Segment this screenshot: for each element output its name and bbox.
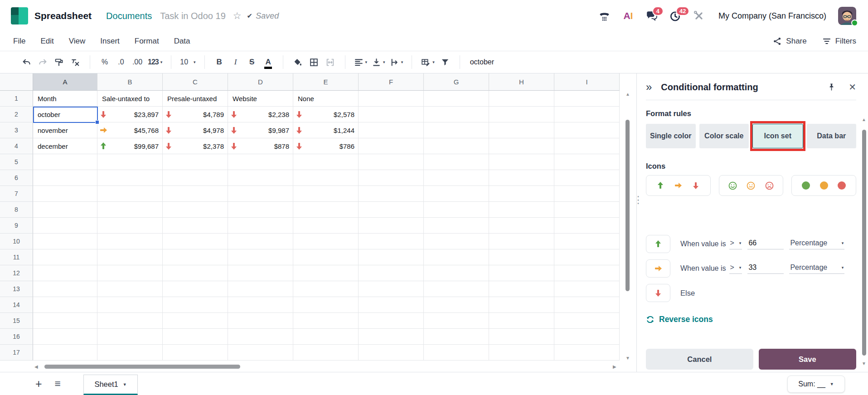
cell-C3[interactable]: $4,978 bbox=[163, 122, 228, 138]
cell-C4[interactable]: $2,378 bbox=[163, 138, 228, 154]
cell-I11[interactable] bbox=[554, 249, 620, 265]
col-header-H[interactable]: H bbox=[489, 73, 554, 91]
rule-value-input[interactable]: 66 bbox=[747, 239, 784, 249]
cell-G17[interactable] bbox=[424, 345, 489, 361]
rule-type-color-scale[interactable]: Color scale bbox=[699, 124, 749, 148]
cell-C12[interactable] bbox=[163, 265, 228, 281]
panel-scrollbar[interactable]: ▲ ▼ bbox=[862, 73, 867, 372]
cell-H2[interactable] bbox=[489, 107, 554, 122]
row-header-9[interactable]: 9 bbox=[0, 218, 33, 234]
cell-E14[interactable] bbox=[293, 297, 359, 313]
cell-G10[interactable] bbox=[424, 234, 489, 249]
cell-H9[interactable] bbox=[489, 218, 554, 234]
cell-F2[interactable] bbox=[359, 107, 424, 122]
row-header-3[interactable]: 3 bbox=[0, 122, 33, 138]
cell-E1[interactable]: None bbox=[293, 91, 359, 107]
strikethrough-button[interactable]: S bbox=[246, 54, 258, 70]
row-header-4[interactable]: 4 bbox=[0, 138, 33, 154]
cell-I16[interactable] bbox=[554, 329, 620, 345]
cell-H16[interactable] bbox=[489, 329, 554, 345]
cell-H1[interactable] bbox=[489, 91, 554, 107]
cell-E7[interactable] bbox=[293, 186, 359, 202]
cell-C6[interactable] bbox=[163, 170, 228, 186]
cell-B2[interactable]: $23,897 bbox=[97, 107, 163, 122]
cell-E2[interactable]: $2,578 bbox=[293, 107, 359, 122]
cell-I17[interactable] bbox=[554, 345, 620, 361]
add-sheet-button[interactable]: + bbox=[35, 377, 42, 390]
cell-I7[interactable] bbox=[554, 186, 620, 202]
text-wrap-menu[interactable]: ▾ bbox=[390, 54, 403, 70]
cell-C13[interactable] bbox=[163, 281, 228, 297]
cell-E15[interactable] bbox=[293, 313, 359, 329]
cell-I1[interactable] bbox=[554, 91, 620, 107]
panel-collapse-icon[interactable]: » bbox=[646, 82, 652, 93]
messages-icon[interactable]: 4 bbox=[646, 10, 658, 22]
row-header-6[interactable]: 6 bbox=[0, 170, 33, 186]
cell-E5[interactable] bbox=[293, 154, 359, 170]
cell-H8[interactable] bbox=[489, 202, 554, 218]
row-header-5[interactable]: 5 bbox=[0, 154, 33, 170]
cell-I2[interactable] bbox=[554, 107, 620, 122]
reverse-icons-link[interactable]: Reverse icons bbox=[646, 315, 856, 324]
document-title[interactable]: Task in Odoo 19 bbox=[160, 11, 226, 21]
cell-H10[interactable] bbox=[489, 234, 554, 249]
rule-value-input[interactable]: 33 bbox=[747, 263, 784, 274]
cell-C11[interactable] bbox=[163, 249, 228, 265]
cell-E13[interactable] bbox=[293, 281, 359, 297]
cell-B8[interactable] bbox=[97, 202, 163, 218]
text-color-button[interactable]: A bbox=[262, 54, 274, 70]
cell-A9[interactable] bbox=[33, 218, 97, 234]
rule-unit-select[interactable]: Percentage▾ bbox=[789, 263, 844, 274]
clear-format-button[interactable] bbox=[69, 54, 81, 70]
cell-A16[interactable] bbox=[33, 329, 97, 345]
cell-I15[interactable] bbox=[554, 313, 620, 329]
cell-G2[interactable] bbox=[424, 107, 489, 122]
vertical-scrollbar[interactable]: ▲ ▼ bbox=[624, 91, 631, 363]
font-size-select[interactable]: 10▾ bbox=[180, 54, 195, 70]
cell-F10[interactable] bbox=[359, 234, 424, 249]
cell-E8[interactable] bbox=[293, 202, 359, 218]
cell-I8[interactable] bbox=[554, 202, 620, 218]
redo-button[interactable] bbox=[37, 54, 48, 70]
cell-B11[interactable] bbox=[97, 249, 163, 265]
borders-button[interactable] bbox=[308, 54, 320, 70]
cell-A4[interactable]: december bbox=[33, 138, 97, 154]
filter-button[interactable] bbox=[439, 54, 451, 70]
increase-decimal-button[interactable]: .00 bbox=[131, 54, 143, 70]
cell-B14[interactable] bbox=[97, 297, 163, 313]
number-format-menu[interactable]: 123▾ bbox=[148, 54, 162, 70]
cell-B9[interactable] bbox=[97, 218, 163, 234]
cell-F1[interactable] bbox=[359, 91, 424, 107]
cell-E12[interactable] bbox=[293, 265, 359, 281]
decrease-decimal-button[interactable]: .0 bbox=[115, 54, 127, 70]
sheet-tab-sheet1[interactable]: Sheet1 ▼ bbox=[83, 375, 138, 395]
horizontal-scroll-thumb[interactable] bbox=[44, 365, 240, 369]
cell-F4[interactable] bbox=[359, 138, 424, 154]
cell-H12[interactable] bbox=[489, 265, 554, 281]
col-header-A[interactable]: A bbox=[33, 73, 97, 91]
favorite-star-icon[interactable]: ☆ bbox=[233, 10, 242, 21]
cell-G12[interactable] bbox=[424, 265, 489, 281]
cell-B5[interactable] bbox=[97, 154, 163, 170]
cell-H6[interactable] bbox=[489, 170, 554, 186]
cell-F13[interactable] bbox=[359, 281, 424, 297]
cell-F7[interactable] bbox=[359, 186, 424, 202]
row-header-1[interactable]: 1 bbox=[0, 91, 33, 107]
cell-D15[interactable] bbox=[228, 313, 293, 329]
formula-bar-input[interactable]: october bbox=[470, 58, 494, 66]
cell-F6[interactable] bbox=[359, 170, 424, 186]
scroll-down-icon[interactable]: ▼ bbox=[862, 361, 866, 366]
cell-A1[interactable]: Month bbox=[33, 91, 97, 107]
cell-D16[interactable] bbox=[228, 329, 293, 345]
scroll-up-icon[interactable]: ▲ bbox=[862, 117, 866, 122]
cell-E9[interactable] bbox=[293, 218, 359, 234]
bold-button[interactable]: B bbox=[213, 54, 225, 70]
cell-A8[interactable] bbox=[33, 202, 97, 218]
cell-A14[interactable] bbox=[33, 297, 97, 313]
cell-F15[interactable] bbox=[359, 313, 424, 329]
cell-H13[interactable] bbox=[489, 281, 554, 297]
cell-C5[interactable] bbox=[163, 154, 228, 170]
paint-format-button[interactable] bbox=[53, 54, 65, 70]
cell-H7[interactable] bbox=[489, 186, 554, 202]
cell-D17[interactable] bbox=[228, 345, 293, 361]
